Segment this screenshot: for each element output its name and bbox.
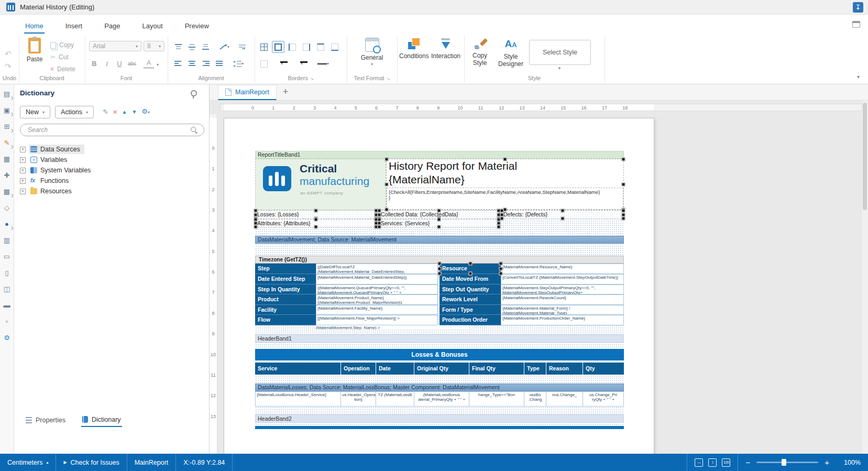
- table-label-cell[interactable]: Production Order: [440, 315, 501, 325]
- expand-chevron-icon[interactable]: ❯: [10, 223, 14, 233]
- selection-handle[interactable]: [497, 225, 501, 229]
- selection-handle[interactable]: [385, 208, 389, 212]
- settings-gear-icon[interactable]: ⚙▾: [141, 107, 150, 117]
- font-size-select[interactable]: 8▾: [144, 41, 164, 51]
- selection-handle[interactable]: [468, 272, 472, 276]
- align-right-icon[interactable]: [199, 58, 212, 70]
- tree-item-data-sources[interactable]: + Data Sources: [20, 144, 204, 155]
- tab-home[interactable]: Home: [24, 18, 45, 34]
- selection-handle[interactable]: [503, 208, 507, 212]
- new-button[interactable]: New▾: [20, 106, 50, 118]
- bottom-border-icon[interactable]: [328, 41, 341, 53]
- table-value-cell[interactable]: {MaterialMovement.Material_DateEnteredSt…: [316, 274, 438, 284]
- tab-insert[interactable]: Insert: [64, 18, 84, 34]
- cross-band-icon[interactable]: ✚: [2, 171, 12, 180]
- table-value-cell[interactable]: {MaterialMovement.ReworkCount}: [501, 294, 624, 305]
- table-value-cell[interactable]: [{MaterialMovement.Flow_MajorRevision}] …: [316, 315, 438, 325]
- data-cell[interactable]: {MaterialLossBonus.Header_Service}: [255, 391, 341, 407]
- expand-chevron-icon[interactable]: ❯: [10, 109, 14, 119]
- tab-properties[interactable]: Properties: [25, 413, 67, 427]
- copy-style-button[interactable]: Copy Style: [467, 38, 492, 67]
- interaction-button[interactable]: Interaction: [431, 38, 461, 60]
- table-label-cell[interactable]: Step In Quantity: [255, 284, 316, 295]
- expand-chevron-icon[interactable]: ❯: [10, 126, 14, 135]
- header-band1[interactable]: HeaderBand1: [255, 334, 624, 343]
- font-color-button[interactable]: A: [144, 59, 154, 69]
- selection-handle[interactable]: [385, 158, 389, 161]
- table-value-cell[interactable]: {MaterialMovement.Material_Form} / {Mate…: [501, 305, 624, 315]
- align-center-icon[interactable]: [185, 58, 198, 70]
- selection-handle[interactable]: [468, 262, 472, 266]
- selection-handle[interactable]: [254, 222, 258, 225]
- check-for-issues-button[interactable]: ▶ Check for Issues: [56, 454, 126, 471]
- zoom-slider-thumb[interactable]: [782, 459, 786, 466]
- collapse-ribbon-icon[interactable]: ▾: [857, 74, 860, 80]
- selection-handle[interactable]: [438, 272, 442, 276]
- table-label-cell[interactable]: Resource: [440, 264, 501, 274]
- redo-button[interactable]: ↷: [5, 62, 12, 71]
- data-cell[interactable]: (MaterialLossBonus aterial_PrimaryQty + …: [414, 391, 469, 407]
- selection-handle[interactable]: [378, 218, 381, 222]
- text-format-dialog-launcher-icon[interactable]: ↘: [387, 76, 390, 81]
- report-title-band-header[interactable]: ReportTitleBand1: [255, 151, 624, 159]
- selection-handle[interactable]: [437, 209, 441, 213]
- data-cell[interactable]: us.Change_Pri ryQty + " " +: [583, 391, 624, 407]
- align-justify-icon[interactable]: [213, 58, 225, 70]
- tree-item-resources[interactable]: + Resources: [20, 186, 204, 196]
- barcode-icon[interactable]: ▯: [2, 268, 12, 278]
- selection-handle[interactable]: [499, 267, 503, 270]
- selection-handle[interactable]: [497, 218, 501, 222]
- actions-button[interactable]: Actions▾: [55, 106, 94, 118]
- data-material-losses-band-header[interactable]: DataMaterialLosses; Data Source: Materia…: [255, 384, 624, 391]
- text-angle-icon[interactable]: ▾: [216, 41, 233, 53]
- selection-handle[interactable]: [497, 222, 501, 225]
- tree-item-variables[interactable]: + x Variables: [20, 155, 204, 165]
- selection-handle[interactable]: [378, 213, 381, 216]
- column-header[interactable]: Service: [255, 363, 341, 375]
- selection-handle[interactable]: [622, 213, 625, 216]
- column-header[interactable]: Original Qty: [414, 363, 469, 375]
- data-cell[interactable]: nus.Change_: [546, 391, 583, 407]
- services-cell[interactable]: Services: {Services}: [379, 219, 499, 227]
- zoom-slider[interactable]: [756, 462, 818, 463]
- selection-handle[interactable]: [378, 225, 381, 229]
- table-label-cell[interactable]: Product: [255, 294, 316, 305]
- vertical-scrollbar[interactable]: [861, 101, 868, 454]
- data-material-movement-band-header[interactable]: DataMaterialMovement; Data Source: Mater…: [255, 236, 624, 244]
- column-header[interactable]: Date: [376, 363, 414, 375]
- tree-item-system-variables[interactable]: + System Variables: [20, 165, 204, 176]
- table-label-cell[interactable]: Flow: [255, 315, 316, 325]
- selection-handle[interactable]: [437, 218, 441, 222]
- style-designer-button[interactable]: AA Style Designer: [497, 38, 525, 68]
- move-up-icon[interactable]: ▲: [122, 108, 127, 116]
- table-value-cell[interactable]: {(MaterialMovement.QueuedPrimaryQty==0, …: [316, 284, 438, 295]
- zoom-out-button[interactable]: −: [745, 458, 750, 466]
- active-report-label[interactable]: MainReport: [127, 454, 176, 471]
- data-cell[interactable]: ossBo .Chang: [524, 391, 546, 407]
- table-label-cell[interactable]: Step: [255, 264, 316, 274]
- italic-button[interactable]: I: [102, 59, 112, 69]
- chart-icon[interactable]: ▩❯: [2, 187, 12, 196]
- selection-handle[interactable]: [499, 272, 503, 276]
- pin-icon[interactable]: [191, 90, 197, 96]
- select-style-dropdown-icon[interactable]: ▾: [529, 65, 590, 71]
- all-borders-icon[interactable]: [258, 41, 270, 53]
- header-band2[interactable]: HeaderBand2: [255, 414, 624, 423]
- column-header[interactable]: Type: [524, 363, 546, 375]
- table-value-cell[interactable]: {ConvertToLocalTZ (MaterialMovement.Step…: [501, 274, 624, 284]
- table-value-cell[interactable]: {MaterialMovement.Facility_Name}: [316, 305, 438, 315]
- tab-layout[interactable]: Layout: [141, 18, 164, 34]
- word-wrap-icon[interactable]: [236, 41, 248, 53]
- font-family-select[interactable]: Arial▾: [89, 41, 141, 51]
- fill-color-icon[interactable]: ▾: [273, 58, 290, 70]
- defects-cell[interactable]: Defects: {Defects}: [501, 210, 624, 219]
- download-icon[interactable]: ↧: [853, 2, 863, 13]
- bold-button[interactable]: B: [89, 59, 100, 69]
- selection-handle[interactable]: [503, 158, 507, 161]
- column-header[interactable]: Final Qty: [469, 363, 524, 375]
- page-manager-icon[interactable]: ▣❯: [2, 106, 12, 115]
- borders-dialog-launcher-icon[interactable]: ↘: [310, 76, 314, 81]
- selection-handle[interactable]: [438, 267, 442, 270]
- top-border-icon[interactable]: [314, 41, 327, 53]
- search-icon[interactable]: [191, 127, 196, 132]
